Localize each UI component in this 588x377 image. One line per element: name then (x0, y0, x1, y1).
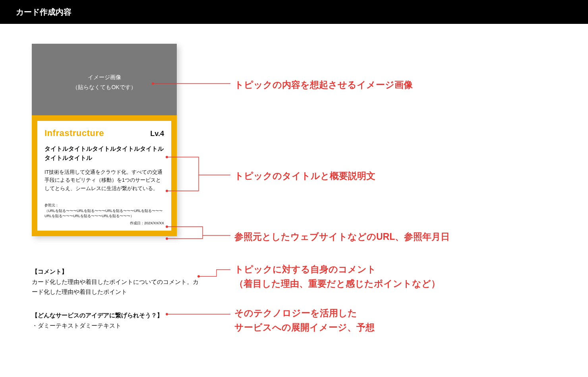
note-idea-body: ・ダミーテキストダミーテキスト (32, 321, 199, 331)
annotation-comment-line1: トピックに対する自身のコメント (234, 264, 376, 274)
card-reference-body: （URLを貼る〜〜〜URLを貼る〜〜〜URLを貼る〜〜〜URLを貼る〜〜〜URL… (44, 209, 162, 218)
card-image-label-2: （貼らなくてもOKです） (72, 82, 136, 92)
annotation-reference: 参照元としたウェブサイトなどのURL、参照年月日 (234, 230, 450, 244)
note-comment-heading: 【コメント】 (32, 266, 199, 277)
note-idea-heading: 【どんなサービスのアイデアに繋げられそう？】 (32, 310, 199, 321)
card-reference-label: 参照元： (44, 203, 59, 207)
header-bar: カード作成内容 (0, 0, 588, 24)
note-comment: 【コメント】 カード化した理由や着目したポイントについてのコメント。カード化した… (32, 266, 199, 297)
card-title: タイトルタイトルタイトルタイトルタイトルタイトルタイトル (44, 144, 164, 163)
card-category: Infrastructure (44, 128, 104, 138)
card-description: IT技術を活用して交通をクラウド化。すべての交通手段によるモビリティ（移動）を1… (44, 168, 164, 193)
annotation-comment: トピックに対する自身のコメント （着目した理由、重要だと感じたポイントなど） (234, 262, 440, 291)
note-idea: 【どんなサービスのアイデアに繋げられそう？】 ・ダミーテキストダミーテキスト (32, 310, 199, 330)
header-title: カード作成内容 (16, 7, 72, 17)
annotation-idea: そのテクノロジーを活用した サービスへの展開イメージ、予想 (234, 306, 375, 334)
page-canvas: イメージ画像 （貼らなくてもOKです） Infrastructure Lv.4 … (0, 24, 588, 377)
card-body: Infrastructure Lv.4 タイトルタイトルタイトルタイトルタイトル… (37, 121, 171, 231)
card-reference: 参照元： （URLを貼る〜〜〜URLを貼る〜〜〜URLを貼る〜〜〜URLを貼る〜… (44, 203, 164, 219)
svg-point-6 (166, 237, 168, 240)
annotation-comment-line2: （着目した理由、重要だと感じたポイントなど） (234, 278, 440, 289)
card-header-row: Infrastructure Lv.4 (44, 128, 164, 138)
card-image-placeholder: イメージ画像 （貼らなくてもOKです） (32, 44, 177, 115)
annotation-idea-line1: そのテクノロジーを活用した (234, 308, 357, 318)
annotation-title-desc: トピックのタイトルと概要説明文 (234, 169, 375, 183)
card-level: Lv.4 (150, 130, 164, 138)
annotation-idea-line2: サービスへの展開イメージ、予想 (234, 322, 375, 332)
card-image-label-1: イメージ画像 (88, 72, 121, 82)
annotation-image: トピックの内容を想起させるイメージ画像 (234, 78, 413, 92)
note-comment-body: カード化した理由や着目したポイントについてのコメント。カード化した理由や着目した… (32, 277, 199, 297)
card: イメージ画像 （貼らなくてもOKです） Infrastructure Lv.4 … (32, 44, 177, 236)
card-created-date: 作成日：202X/XX/XX (44, 221, 164, 226)
